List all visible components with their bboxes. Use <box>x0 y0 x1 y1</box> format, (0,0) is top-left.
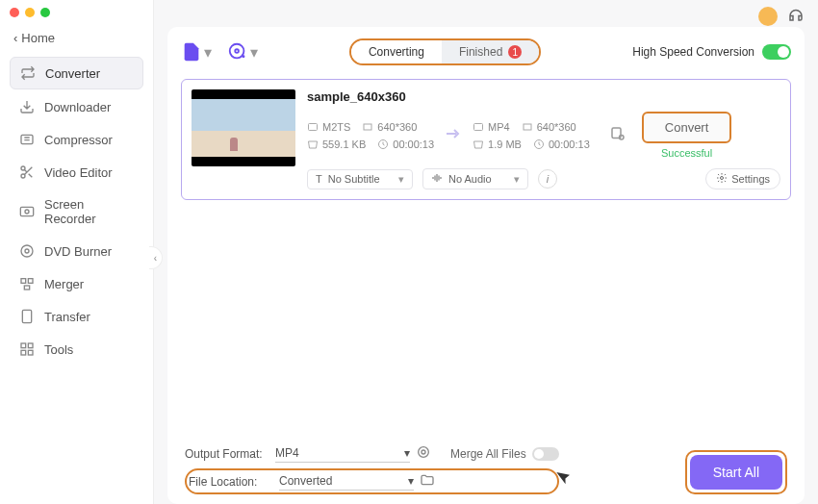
merge-toggle[interactable] <box>532 447 559 461</box>
subtitle-select[interactable]: T No Subtitle ▾ <box>307 169 413 189</box>
file-location-value: Converted <box>279 474 332 488</box>
file-location-row: File Location: Converted ▾ <box>185 468 559 494</box>
dst-resolution: 640*360 <box>522 121 576 133</box>
audio-select[interactable]: No Audio ▾ <box>422 168 528 189</box>
svg-point-5 <box>21 245 33 257</box>
support-icon[interactable] <box>787 6 805 27</box>
svg-point-2 <box>21 174 25 178</box>
bottom-left: Output Format: MP4 ▾ Merge All Files Fil… <box>185 444 559 494</box>
minimize-window-dot[interactable] <box>25 8 35 17</box>
panel-header: ▾ ▾ Converting Finished 1 High Speed Con… <box>181 38 791 65</box>
svg-point-24 <box>619 135 624 139</box>
tab-label: Finished <box>459 45 502 59</box>
high-speed-toggle[interactable] <box>762 44 791 60</box>
start-all-highlight: Start All <box>685 450 787 494</box>
chevron-down-icon: ▾ <box>204 43 212 62</box>
info-icon[interactable]: i <box>538 169 557 189</box>
sidebar-item-label: Downloader <box>44 100 111 114</box>
item-meta: M2TS 640*360 559.1 KB 00:00:13 MP4 640*3… <box>307 112 780 159</box>
svg-point-27 <box>419 447 429 458</box>
item-settings-button[interactable]: Settings <box>705 168 780 189</box>
svg-rect-17 <box>309 123 318 130</box>
sidebar-item-merger[interactable]: Merger <box>10 268 143 299</box>
svg-rect-7 <box>21 279 26 284</box>
chevron-down-icon: ▾ <box>250 43 258 62</box>
conversion-item: sample_640x360 M2TS 640*360 559.1 KB 00:… <box>181 79 791 200</box>
svg-rect-20 <box>474 123 483 130</box>
open-folder-icon[interactable] <box>420 472 435 491</box>
high-speed-toggle-row: High Speed Conversion <box>632 44 791 60</box>
record-icon <box>19 204 35 219</box>
audio-value: No Audio <box>448 173 492 185</box>
video-thumbnail[interactable] <box>192 89 295 166</box>
item-output-settings-icon[interactable] <box>609 125 626 146</box>
item-options-row: T No Subtitle ▾ No Audio ▾ i Settings <box>307 168 780 189</box>
add-buttons: ▾ ▾ <box>181 41 258 63</box>
svg-rect-21 <box>524 124 531 130</box>
start-all-button[interactable]: Start All <box>690 455 782 490</box>
svg-point-26 <box>422 450 425 454</box>
src-resolution: 640*360 <box>362 121 417 133</box>
finished-count-badge: 1 <box>508 45 522 59</box>
settings-label: Settings <box>731 173 770 185</box>
disc-icon <box>19 243 35 259</box>
sidebar: ‹ Home Converter Downloader Compressor V… <box>0 0 154 504</box>
subtitle-icon: T <box>316 173 322 185</box>
dst-size: 1.9 MB <box>473 139 522 150</box>
convert-button[interactable]: Convert <box>642 112 732 143</box>
add-disc-button[interactable]: ▾ <box>227 41 258 63</box>
sidebar-item-dvd-burner[interactable]: DVD Burner <box>10 236 143 266</box>
user-avatar[interactable] <box>758 7 778 26</box>
svg-rect-9 <box>24 286 29 290</box>
svg-point-15 <box>230 44 244 59</box>
chevron-left-icon: ‹ <box>13 31 17 45</box>
sidebar-item-label: Transfer <box>44 310 90 324</box>
src-duration: 00:00:13 <box>377 139 434 150</box>
src-format: M2TS <box>307 121 350 133</box>
chevron-down-icon: ▾ <box>408 474 414 488</box>
sidebar-item-tools[interactable]: Tools <box>10 334 143 365</box>
sidebar-item-compressor[interactable]: Compressor <box>10 124 143 155</box>
sidebar-item-label: Tools <box>44 342 73 357</box>
svg-rect-8 <box>28 279 33 284</box>
main-area: ▾ ▾ Converting Finished 1 High Speed Con… <box>154 0 818 504</box>
svg-rect-3 <box>20 207 33 215</box>
subtitle-value: No Subtitle <box>328 173 380 185</box>
audio-icon <box>431 172 443 186</box>
svg-point-25 <box>721 177 724 180</box>
sidebar-item-downloader[interactable]: Downloader <box>10 91 143 122</box>
svg-rect-18 <box>364 124 371 130</box>
svg-rect-13 <box>21 350 26 355</box>
scissors-icon <box>19 164 35 180</box>
merge-label: Merge All Files <box>450 447 526 461</box>
tab-label: Converting <box>369 45 424 59</box>
close-window-dot[interactable] <box>10 8 19 17</box>
tab-converting[interactable]: Converting <box>351 40 442 63</box>
item-filename: sample_640x360 <box>307 89 780 104</box>
sidebar-item-label: Screen Recorder <box>44 197 134 226</box>
convert-icon <box>20 65 36 81</box>
add-file-button[interactable]: ▾ <box>181 41 212 63</box>
window-traffic-lights[interactable] <box>10 8 50 17</box>
file-location-select[interactable]: Converted ▾ <box>279 472 414 491</box>
output-format-row: Output Format: MP4 ▾ Merge All Files <box>185 444 559 463</box>
gear-icon <box>716 172 728 186</box>
sidebar-item-converter[interactable]: Converter <box>10 57 143 89</box>
maximize-window-dot[interactable] <box>40 8 50 17</box>
download-icon <box>19 99 35 114</box>
chevron-down-icon: ▾ <box>398 173 404 186</box>
sidebar-item-transfer[interactable]: Transfer <box>10 301 143 332</box>
sidebar-item-label: DVD Burner <box>44 244 112 259</box>
sidebar-item-screen-recorder[interactable]: Screen Recorder <box>10 189 143 234</box>
back-home-button[interactable]: ‹ Home <box>0 23 153 53</box>
sidebar-item-video-editor[interactable]: Video Editor <box>10 157 143 188</box>
tab-finished[interactable]: Finished 1 <box>442 40 539 63</box>
status-tabs: Converting Finished 1 <box>349 38 541 65</box>
chevron-down-icon: ▾ <box>404 446 410 460</box>
item-status: Successful <box>661 147 712 159</box>
svg-rect-14 <box>28 350 33 355</box>
svg-point-16 <box>235 49 239 53</box>
output-settings-icon[interactable] <box>416 444 431 463</box>
arrow-right-icon <box>442 122 465 149</box>
output-format-select[interactable]: MP4 ▾ <box>275 444 410 463</box>
